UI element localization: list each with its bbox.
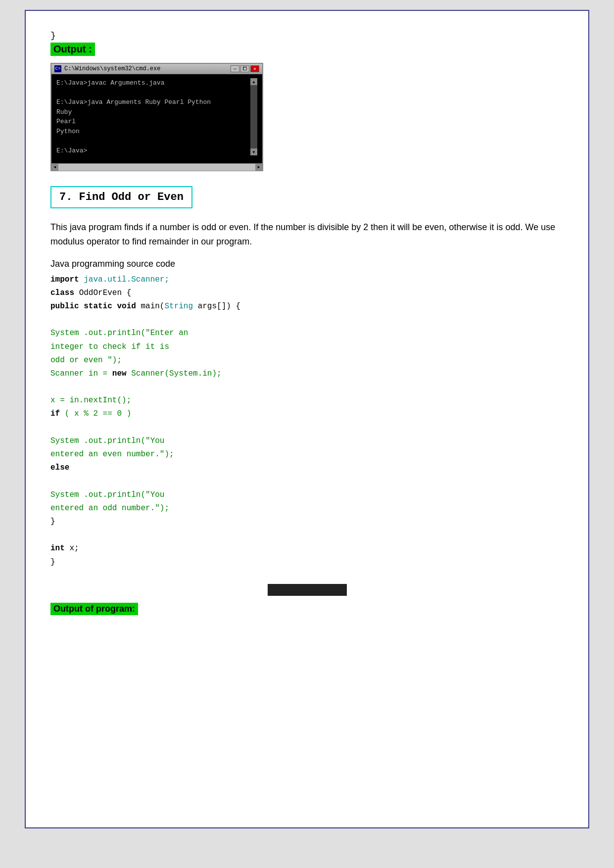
code-line-blank5 <box>50 529 564 542</box>
cmd-line-4: Ruby <box>56 107 250 117</box>
description: This java program finds if a number is o… <box>50 220 564 249</box>
cmd-line-7 <box>56 136 250 146</box>
close-button[interactable]: ✕ <box>250 65 259 72</box>
cmd-line-6: Python <box>56 127 250 137</box>
cmd-titlebar-left: C> C:\Windows\system32\cmd.exe <box>54 65 160 72</box>
source-label: Java programming source code <box>50 259 564 269</box>
horizontal-scroll-track[interactable] <box>58 164 255 171</box>
cmd-titlebar: C> C:\Windows\system32\cmd.exe — ⧠ ✕ <box>51 64 262 74</box>
scroll-up-arrow[interactable]: ▲ <box>250 78 257 85</box>
code-line-nextint: x = in.nextInt(); <box>50 394 564 407</box>
minimize-button[interactable]: — <box>231 65 239 72</box>
code-line-print1a: System .out.println("Enter an <box>50 327 564 340</box>
cmd-scrollbar[interactable]: ▲ ▼ <box>250 78 257 155</box>
output-label: Output : <box>50 43 95 56</box>
code-line-print1b: integer to check if it is <box>50 340 564 354</box>
redacted-bar <box>268 584 347 596</box>
code-line-print3a: System .out.println("You <box>50 488 564 502</box>
scroll-down-arrow[interactable]: ▼ <box>250 148 257 155</box>
cmd-bottom-bar: ◄ ► <box>51 163 262 170</box>
cmd-line-1: E:\Java>javac Arguments.java <box>56 78 250 88</box>
code-line-print3b: entered an odd number."); <box>50 502 564 515</box>
cmd-icon: C> <box>54 65 61 72</box>
cmd-line-8: E:\Java> <box>56 146 250 156</box>
cmd-titlebar-buttons: — ⧠ ✕ <box>231 65 259 72</box>
cmd-text-area: E:\Java>javac Arguments.java E:\Java>jav… <box>56 78 250 155</box>
code-line-blank1 <box>50 313 564 327</box>
code-line-else: else <box>50 461 564 475</box>
code-line-int-x: int x; <box>50 542 564 555</box>
section-title: 7. Find Odd or Even <box>59 191 184 203</box>
code-line-main: public static void main(String args[]) { <box>50 300 564 313</box>
cmd-body: E:\Java>javac Arguments.java E:\Java>jav… <box>51 74 262 163</box>
cmd-line-3: E:\Java>java Arguments Ruby Pearl Python <box>56 97 250 107</box>
cmd-window: C> C:\Windows\system32\cmd.exe — ⧠ ✕ E:\… <box>50 63 263 171</box>
scroll-right-arrow[interactable]: ► <box>255 164 262 171</box>
code-line-close-inner: } <box>50 515 564 529</box>
page-container: } Output : C> C:\Windows\system32\cmd.ex… <box>25 10 589 828</box>
cmd-title: C:\Windows\system32\cmd.exe <box>64 65 160 72</box>
code-line-blank4 <box>50 475 564 488</box>
code-line-print2b: entered an even number."); <box>50 448 564 461</box>
code-line-import: import java.util.Scanner; <box>50 273 564 287</box>
cmd-line-5: Pearl <box>56 117 250 127</box>
code-line-blank3 <box>50 421 564 434</box>
scroll-left-arrow[interactable]: ◄ <box>51 164 58 171</box>
code-block: import java.util.Scanner; class OddOrEve… <box>50 273 564 569</box>
section-title-box: 7. Find Odd or Even <box>50 186 192 208</box>
code-line-print1c: odd or even "); <box>50 354 564 367</box>
code-line-if: if ( x % 2 == 0 ) <box>50 407 564 421</box>
code-line-class: class OddOrEven { <box>50 287 564 300</box>
closing-brace: } <box>50 31 564 41</box>
code-line-close-outer: } <box>50 556 564 569</box>
code-line-scanner: Scanner in = new Scanner(System.in); <box>50 367 564 381</box>
output-of-program-label: Output of program: <box>50 603 138 615</box>
restore-button[interactable]: ⧠ <box>240 65 249 72</box>
cmd-line-2 <box>56 88 250 98</box>
code-line-blank2 <box>50 381 564 394</box>
code-line-print2a: System .out.println("You <box>50 434 564 448</box>
